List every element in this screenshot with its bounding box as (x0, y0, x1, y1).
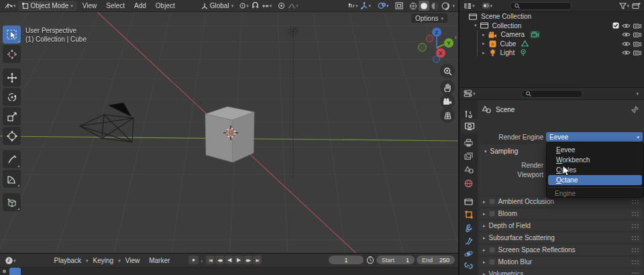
shading-wireframe-button[interactable] (408, 1, 419, 11)
section-checkbox[interactable] (489, 259, 495, 265)
menu-timeline-view[interactable]: View (121, 257, 145, 264)
visibility-dropdown[interactable]: ▾ (346, 1, 360, 11)
play-reverse-button[interactable]: ◀ (225, 256, 233, 264)
outliner-restriction-button[interactable]: ▾ (480, 1, 494, 11)
select-box-tool[interactable] (3, 25, 21, 44)
disable-render-camera-icon[interactable] (633, 41, 641, 47)
drag-grip-icon[interactable] (631, 199, 639, 204)
disclosure-open-icon[interactable]: ▾ (474, 23, 477, 28)
annotate-tool[interactable] (3, 150, 21, 168)
checkbox-checked-icon[interactable] (612, 22, 619, 29)
hide-viewport-eye-icon[interactable] (622, 23, 631, 29)
camera-view-button[interactable] (440, 94, 455, 109)
mode-dropdown[interactable]: Object Mode ▾ (19, 1, 76, 11)
outliner-row-cube[interactable]: ▸ Cube (460, 40, 644, 48)
menu-item-eevee[interactable]: Eevee (548, 145, 642, 155)
outliner-row-scene-collection[interactable]: Scene Collection (460, 12, 644, 21)
tab-world[interactable] (460, 176, 478, 190)
section-checkbox[interactable] (489, 199, 495, 205)
menu-select[interactable]: Select (101, 2, 129, 9)
section-screen-space-reflections[interactable]: ▸ Screen Space Reflections (479, 245, 643, 255)
drag-grip-icon[interactable] (631, 211, 639, 216)
tab-modifiers[interactable] (460, 221, 478, 235)
add-cube-tool[interactable] (3, 193, 21, 211)
mesh-data-icon[interactable] (521, 40, 529, 47)
menu-view[interactable]: View (78, 2, 102, 9)
section-volumetrics[interactable]: ▸ Volumetrics (479, 269, 643, 275)
shading-material-button[interactable] (429, 1, 440, 11)
pan-view-button[interactable] (440, 80, 455, 95)
tab-object[interactable] (460, 207, 478, 222)
jump-to-end-button[interactable]: ▶| (253, 256, 262, 264)
section-motion-blur[interactable]: ▸ Motion Blur (479, 257, 643, 267)
outliner-row-collection[interactable]: ▾ Collection (460, 21, 644, 30)
navigation-gizmo[interactable]: Z Y X (417, 27, 456, 64)
options-button[interactable]: Options ▾ (411, 13, 447, 23)
disclosure-open-icon[interactable]: ▾ (484, 149, 487, 154)
gizmo-neg-x-axis[interactable] (426, 35, 433, 42)
pin-icon[interactable] (631, 106, 639, 113)
scene-canvas[interactable] (0, 12, 459, 254)
tab-scene[interactable] (460, 162, 478, 177)
rotate-tool[interactable] (3, 88, 21, 106)
transform-orientation-dropdown[interactable]: Global ▾ (199, 1, 236, 11)
outliner-filter-button[interactable]: ▾ (618, 1, 631, 11)
tab-view-layer[interactable] (460, 149, 478, 164)
snap-toggle[interactable] (250, 1, 260, 11)
light-data-icon[interactable] (520, 49, 527, 56)
gizmo-y-axis[interactable]: Y (444, 38, 453, 48)
overlays-dropdown[interactable]: ▾ (376, 1, 390, 11)
section-checkbox[interactable] (489, 211, 495, 217)
preview-range-clock-icon[interactable] (366, 256, 374, 264)
auto-keying-button[interactable]: ● (189, 256, 199, 264)
proportional-edit-toggle[interactable] (276, 1, 286, 11)
outliner-search-input[interactable] (510, 2, 572, 10)
3d-viewport[interactable]: ▾ Object Mode ▾ View Select Add Object G… (0, 0, 459, 254)
disclosure-closed-icon[interactable]: ▸ (482, 41, 485, 46)
current-frame-field[interactable]: 1 (329, 256, 364, 264)
section-ambient-occlusion[interactable]: ▸ Ambient Occlusion (479, 197, 643, 207)
shading-rendered-button[interactable] (440, 1, 451, 11)
section-depth-of-field[interactable]: ▸ Depth of Field (479, 221, 643, 231)
playhead-marker[interactable] (9, 268, 21, 275)
menu-marker[interactable]: Marker (144, 257, 174, 264)
disable-render-camera-icon[interactable] (633, 32, 641, 38)
xray-toggle[interactable] (394, 1, 405, 11)
properties-search-input[interactable] (521, 90, 583, 98)
properties-options-dropdown[interactable]: ▾ (636, 91, 639, 96)
hide-viewport-eye-icon[interactable] (622, 41, 631, 47)
hide-viewport-eye-icon[interactable] (622, 32, 631, 38)
menu-add[interactable]: Add (129, 2, 151, 9)
menu-keying[interactable]: Keying (89, 257, 119, 264)
sampling-title[interactable]: Sampling (490, 148, 519, 155)
prev-keyframe-button[interactable]: ◀◆ (215, 256, 224, 264)
scale-tool[interactable] (3, 107, 21, 125)
jump-to-start-button[interactable]: |◀ (206, 256, 215, 264)
section-bloom[interactable]: ▸ Bloom (479, 209, 643, 219)
play-button[interactable]: ▶ (234, 256, 243, 264)
gizmo-z-axis[interactable]: Z (432, 28, 441, 37)
outliner-row-camera[interactable]: ▸ Camera (460, 30, 644, 39)
menu-playback[interactable]: Playback (50, 257, 87, 264)
section-checkbox[interactable] (489, 247, 495, 253)
editor-type-button[interactable]: ▾ (3, 1, 17, 11)
menu-object[interactable]: Object (151, 2, 180, 9)
disable-render-camera-icon[interactable] (633, 50, 641, 56)
timeline-editor-type-button[interactable]: ▾ (3, 256, 17, 266)
cube-object[interactable] (205, 107, 254, 162)
hide-viewport-eye-icon[interactable] (622, 50, 631, 56)
tab-render[interactable] (461, 119, 478, 133)
outliner-row-light[interactable]: ▸ Light (460, 48, 644, 57)
snap-target-dropdown[interactable]: ▾ (260, 1, 274, 11)
frame-end-field[interactable]: End 250 (417, 256, 455, 264)
tab-output[interactable] (460, 135, 478, 150)
zoom-view-button[interactable] (440, 64, 455, 78)
perspective-toggle-button[interactable] (440, 108, 455, 123)
drag-grip-icon[interactable] (631, 223, 639, 228)
disclosure-closed-icon[interactable]: ▸ (482, 50, 485, 56)
transform-tool[interactable] (3, 127, 21, 145)
drag-grip-icon[interactable] (631, 260, 639, 264)
render-engine-dropdown[interactable]: Eevee ▾ (546, 132, 643, 142)
next-keyframe-button[interactable]: ◆▶ (244, 256, 252, 264)
drag-grip-icon[interactable] (631, 272, 639, 275)
